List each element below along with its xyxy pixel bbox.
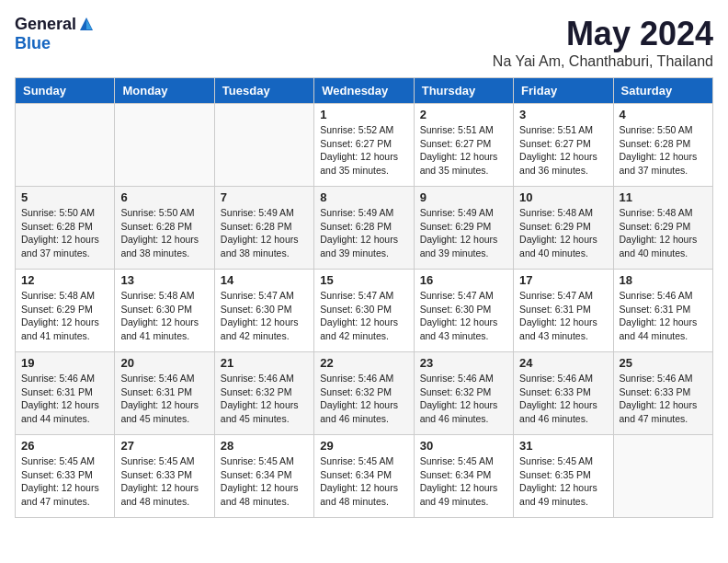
day-number: 13 [120,273,208,287]
day-cell-9: 9Sunrise: 5:49 AMSunset: 6:29 PMDaylight… [414,187,513,270]
day-cell-3: 3Sunrise: 5:51 AMSunset: 6:27 PMDaylight… [514,104,613,187]
cell-text: Sunrise: 5:45 AMSunset: 6:34 PMDaylight:… [221,454,308,509]
cell-text: Sunrise: 5:52 AMSunset: 6:27 PMDaylight:… [320,123,407,178]
empty-cell [16,104,115,187]
day-number: 4 [620,108,707,121]
title-area: May 2024 Na Yai Am, Chanthaburi, Thailan… [493,15,713,70]
day-number: 5 [21,190,108,204]
weekday-header-sunday: Sunday [16,78,115,104]
day-number: 9 [420,190,507,204]
cell-text: Sunrise: 5:49 AMSunset: 6:29 PMDaylight:… [420,206,507,260]
week-row-5: 26Sunrise: 5:45 AMSunset: 6:33 PMDayligh… [16,435,713,518]
cell-text: Sunrise: 5:47 AMSunset: 6:31 PMDaylight:… [519,289,607,343]
cell-text: Sunrise: 5:47 AMSunset: 6:30 PMDaylight:… [221,289,308,343]
cell-text: Sunrise: 5:48 AMSunset: 6:29 PMDaylight:… [620,206,707,260]
day-cell-4: 4Sunrise: 5:50 AMSunset: 6:28 PMDaylight… [613,104,712,187]
day-cell-20: 20Sunrise: 5:46 AMSunset: 6:31 PMDayligh… [115,352,214,435]
day-number: 19 [21,356,108,370]
day-cell-30: 30Sunrise: 5:45 AMSunset: 6:34 PMDayligh… [414,435,513,518]
day-number: 18 [620,273,707,287]
month-title: May 2024 [493,15,713,53]
day-number: 22 [320,356,407,370]
day-number: 1 [320,108,407,121]
cell-text: Sunrise: 5:46 AMSunset: 6:33 PMDaylight:… [519,372,607,426]
logo-general-text: General [15,15,76,34]
day-number: 16 [420,273,507,287]
cell-text: Sunrise: 5:49 AMSunset: 6:28 PMDaylight:… [221,206,308,260]
cell-text: Sunrise: 5:51 AMSunset: 6:27 PMDaylight:… [420,123,507,178]
cell-text: Sunrise: 5:50 AMSunset: 6:28 PMDaylight:… [120,206,208,260]
empty-cell [613,435,712,518]
weekday-header-thursday: Thursday [414,78,513,104]
day-cell-11: 11Sunrise: 5:48 AMSunset: 6:29 PMDayligh… [613,187,712,270]
location-title: Na Yai Am, Chanthaburi, Thailand [493,53,713,70]
cell-text: Sunrise: 5:46 AMSunset: 6:33 PMDaylight:… [620,372,707,426]
day-cell-6: 6Sunrise: 5:50 AMSunset: 6:28 PMDaylight… [115,187,214,270]
cell-text: Sunrise: 5:45 AMSunset: 6:33 PMDaylight:… [120,454,208,509]
day-number: 27 [120,439,208,453]
cell-text: Sunrise: 5:46 AMSunset: 6:31 PMDaylight:… [21,372,108,426]
day-number: 14 [221,273,308,287]
day-number: 21 [221,356,308,370]
day-cell-2: 2Sunrise: 5:51 AMSunset: 6:27 PMDaylight… [414,104,513,187]
cell-text: Sunrise: 5:46 AMSunset: 6:32 PMDaylight:… [420,372,507,426]
weekday-header-row: SundayMondayTuesdayWednesdayThursdayFrid… [16,78,713,104]
day-number: 26 [21,439,108,453]
day-cell-15: 15Sunrise: 5:47 AMSunset: 6:30 PMDayligh… [314,270,414,352]
day-number: 11 [620,190,707,204]
day-cell-18: 18Sunrise: 5:46 AMSunset: 6:31 PMDayligh… [613,270,712,352]
day-cell-12: 12Sunrise: 5:48 AMSunset: 6:29 PMDayligh… [16,270,115,352]
logo-icon [78,16,95,32]
day-number: 25 [620,356,707,370]
calendar-table: SundayMondayTuesdayWednesdayThursdayFrid… [15,77,713,518]
day-number: 8 [320,190,407,204]
weekday-header-wednesday: Wednesday [314,78,414,104]
day-number: 30 [420,439,507,453]
weekday-header-tuesday: Tuesday [214,78,313,104]
cell-text: Sunrise: 5:48 AMSunset: 6:29 PMDaylight:… [519,206,607,260]
day-cell-26: 26Sunrise: 5:45 AMSunset: 6:33 PMDayligh… [16,435,115,518]
cell-text: Sunrise: 5:50 AMSunset: 6:28 PMDaylight:… [21,206,108,260]
day-cell-17: 17Sunrise: 5:47 AMSunset: 6:31 PMDayligh… [514,270,613,352]
day-number: 6 [120,190,208,204]
cell-text: Sunrise: 5:47 AMSunset: 6:30 PMDaylight:… [320,289,407,343]
day-cell-10: 10Sunrise: 5:48 AMSunset: 6:29 PMDayligh… [514,187,613,270]
day-number: 24 [519,356,607,370]
week-row-3: 12Sunrise: 5:48 AMSunset: 6:29 PMDayligh… [16,270,713,352]
day-number: 29 [320,439,407,453]
logo: General Blue [15,15,95,53]
week-row-1: 1Sunrise: 5:52 AMSunset: 6:27 PMDaylight… [16,104,713,187]
day-number: 20 [120,356,208,370]
day-number: 31 [519,439,607,453]
day-number: 12 [21,273,108,287]
cell-text: Sunrise: 5:45 AMSunset: 6:35 PMDaylight:… [519,454,607,509]
day-number: 7 [221,190,308,204]
day-cell-13: 13Sunrise: 5:48 AMSunset: 6:30 PMDayligh… [115,270,214,352]
day-cell-19: 19Sunrise: 5:46 AMSunset: 6:31 PMDayligh… [16,352,115,435]
day-cell-21: 21Sunrise: 5:46 AMSunset: 6:32 PMDayligh… [214,352,313,435]
day-cell-1: 1Sunrise: 5:52 AMSunset: 6:27 PMDaylight… [314,104,414,187]
weekday-header-saturday: Saturday [613,78,712,104]
cell-text: Sunrise: 5:46 AMSunset: 6:32 PMDaylight:… [320,372,407,426]
day-number: 23 [420,356,507,370]
day-number: 15 [320,273,407,287]
day-cell-31: 31Sunrise: 5:45 AMSunset: 6:35 PMDayligh… [514,435,613,518]
week-row-2: 5Sunrise: 5:50 AMSunset: 6:28 PMDaylight… [16,187,713,270]
cell-text: Sunrise: 5:46 AMSunset: 6:32 PMDaylight:… [221,372,308,426]
week-row-4: 19Sunrise: 5:46 AMSunset: 6:31 PMDayligh… [16,352,713,435]
cell-text: Sunrise: 5:48 AMSunset: 6:29 PMDaylight:… [21,289,108,343]
header-area: General Blue May 2024 Na Yai Am, Chantha… [15,15,713,70]
weekday-header-monday: Monday [115,78,214,104]
cell-text: Sunrise: 5:48 AMSunset: 6:30 PMDaylight:… [120,289,208,343]
day-cell-24: 24Sunrise: 5:46 AMSunset: 6:33 PMDayligh… [514,352,613,435]
day-number: 17 [519,273,607,287]
cell-text: Sunrise: 5:51 AMSunset: 6:27 PMDaylight:… [519,123,607,178]
day-cell-23: 23Sunrise: 5:46 AMSunset: 6:32 PMDayligh… [414,352,513,435]
cell-text: Sunrise: 5:45 AMSunset: 6:34 PMDaylight:… [420,454,507,509]
day-cell-8: 8Sunrise: 5:49 AMSunset: 6:28 PMDaylight… [314,187,414,270]
day-number: 28 [221,439,308,453]
cell-text: Sunrise: 5:45 AMSunset: 6:33 PMDaylight:… [21,454,108,509]
empty-cell [214,104,313,187]
day-cell-14: 14Sunrise: 5:47 AMSunset: 6:30 PMDayligh… [214,270,313,352]
day-cell-7: 7Sunrise: 5:49 AMSunset: 6:28 PMDaylight… [214,187,313,270]
